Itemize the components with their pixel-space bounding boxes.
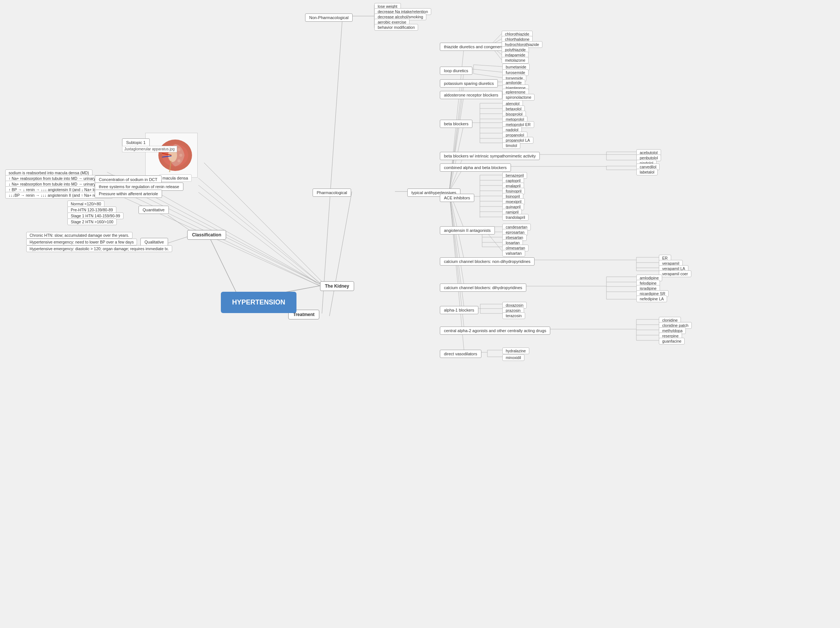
loop-diuretics-label: loop diuretics (440, 66, 472, 75)
subtopic1-node: Subtopic 1 (122, 139, 150, 146)
ccb-dhp-label: calcium channel blockers: dihydropyridin… (440, 283, 526, 292)
valsartan: valsartan (502, 250, 525, 257)
mindmap-container: HYPERTENSION Classification Quantitative… (0, 0, 840, 628)
svg-line-97 (449, 192, 464, 286)
verapamil-coer: verapamil coer (659, 271, 692, 277)
svg-line-14 (322, 16, 343, 313)
qualitative-node: Qualitative (141, 238, 168, 246)
svg-line-5 (204, 163, 323, 282)
central-node: HYPERTENSION (221, 292, 297, 313)
timolol: timolol (502, 142, 520, 149)
beta-blockers-label: beta blockers (440, 120, 472, 128)
ccb-non-dhp-label: calcium channel blockers: non-dihydropyr… (440, 257, 535, 266)
guanfacine: guanfacine (659, 338, 685, 345)
svg-line-2 (208, 234, 240, 299)
minoxidil: minoxidil (502, 354, 524, 361)
svg-line-3 (168, 215, 191, 231)
stage2-item: Stage 2 HTN >160/>100 (67, 219, 117, 225)
chronic-htn-item: Chronic HTN: slow; accumulated damage ov… (26, 232, 133, 239)
thiazides-label: thiazide diuretics and congeners (440, 42, 507, 51)
pressure-node: Pressure within afferent arteriole (95, 190, 162, 198)
trandolapril: trandolapril (502, 214, 529, 221)
kidney-image-box (145, 133, 197, 178)
ang2-label: angiotensin II antagonists (440, 226, 495, 235)
labetalol: labetalol (636, 169, 658, 175)
connectors-svg (0, 0, 840, 628)
spironolactone: spironolactone (502, 94, 535, 101)
svg-line-38 (449, 93, 464, 192)
svg-line-31 (474, 69, 502, 72)
combined-ab-label: combined alpha and beta blockers (440, 164, 511, 172)
quantitative-node: Quantitative (139, 206, 169, 214)
svg-point-132 (177, 148, 180, 151)
nefedipine-la: nefedipine LA (636, 296, 667, 302)
svg-point-133 (179, 154, 182, 157)
aldosterone-label: aldosterone receptor blockers (440, 91, 502, 99)
macula-densa-caption: macula densa (159, 174, 192, 182)
svg-line-32 (474, 74, 502, 78)
kidney-svg (147, 135, 196, 176)
direct-vasodilators-label: direct vasodilators (440, 350, 482, 358)
svg-line-27 (449, 69, 464, 192)
alpha1-label: alpha-1 blockers (440, 306, 478, 314)
non-pharm-node: Non-Pharmacological (305, 13, 353, 22)
classification-node: Classification (187, 230, 226, 240)
hydralazine: hydralazine (502, 348, 529, 354)
behavior-mod: behavior modification (374, 24, 418, 31)
svg-line-17 (329, 192, 352, 316)
svg-point-134 (177, 159, 180, 162)
pharm-node: Pharmacological (313, 189, 351, 197)
hyp-emerg-item: Hypertensive emergency: need to lower BP… (26, 239, 137, 246)
juxta-file-label: Juxtaglomerular apparatus.jpg (122, 146, 177, 152)
kidney-node: The Kidney (320, 281, 354, 291)
metolazone: metolazone (502, 57, 529, 64)
k-sparing-label: potassium sparing diuretics (440, 79, 498, 88)
svg-line-13 (198, 192, 323, 288)
svg-line-30 (474, 65, 502, 66)
terazosin: terazosin (502, 312, 525, 319)
beta-intrinsic-label: beta blockers w/ intrinsic sympathomimet… (440, 152, 540, 160)
central-alpha2-label: central alpha-2 agonists and other centr… (440, 327, 550, 335)
ace-inhibitors-label: ACE inhibitors (440, 194, 474, 202)
hyp-emerg2-item: Hypertensive emergency: diastolic > 120;… (26, 246, 172, 252)
